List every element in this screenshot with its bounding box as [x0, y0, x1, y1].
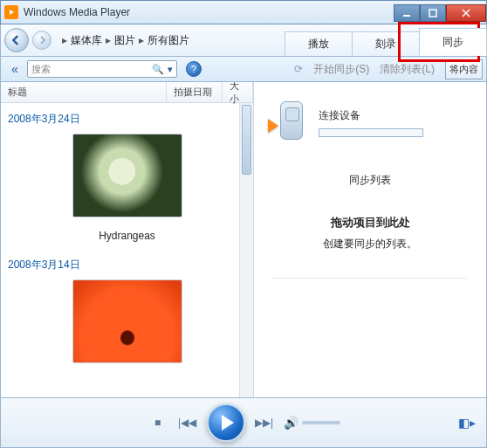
drop-hint-bold: 拖动项目到此处 — [323, 212, 417, 234]
device-icon — [271, 100, 310, 145]
close-button[interactable] — [446, 4, 486, 22]
sync-icon: ⟳ — [294, 63, 303, 75]
tab-play[interactable]: 播放 — [285, 31, 353, 56]
sync-pane: 连接设备 同步列表 拖动项目到此处 创建要同步的列表。 — [254, 82, 486, 397]
search-input[interactable]: 搜索 🔍 ▾ — [27, 60, 177, 78]
nav-row: ▸ 媒体库 ▸ 图片 ▸ 所有图片 播放 刻录 同步 — [0, 24, 487, 56]
scrollbar-thumb[interactable] — [242, 105, 251, 175]
col-size[interactable]: 大小 — [223, 82, 253, 102]
clear-list-button[interactable]: 清除列表(L) — [380, 62, 435, 77]
chevron-right-icon: ▸ — [62, 34, 67, 46]
device-progress — [319, 128, 423, 137]
drop-hint: 拖动项目到此处 创建要同步的列表。 — [323, 212, 417, 253]
list-item[interactable]: Hydrangeas — [8, 134, 246, 242]
window-titlebar: Windows Media Player — [0, 0, 487, 24]
crumb-library[interactable]: 媒体库 — [71, 33, 102, 48]
play-button[interactable] — [207, 403, 245, 442]
nav-back-button[interactable] — [4, 28, 29, 52]
window-title: Windows Media Player — [24, 6, 130, 18]
col-title[interactable]: 标题 — [1, 82, 167, 102]
column-headers: 标题 拍摄日期 大小 — [1, 82, 253, 103]
search-placeholder: 搜索 — [31, 63, 51, 76]
toolbar: « 搜索 🔍 ▾ ? ⟳ 开始同步(S) 清除列表(L) 将内容 — [0, 56, 487, 82]
toolbar-right: ⟳ 开始同步(S) 清除列表(L) 将内容 — [294, 59, 486, 79]
list-item[interactable] — [8, 279, 246, 367]
tab-sync[interactable]: 同步 — [419, 28, 487, 56]
crumb-all-pictures[interactable]: 所有图片 — [147, 33, 189, 48]
chevron-right-icon: ▸ — [139, 34, 144, 46]
start-sync-button[interactable]: 开始同步(S) — [313, 62, 369, 77]
player-bar: ■ |◀◀ ▶▶| 🔊 ◧ ▸ — [0, 397, 487, 448]
device-info: 连接设备 — [319, 108, 423, 137]
side-panel-button[interactable]: 将内容 — [445, 59, 483, 79]
toolbar-left: « 搜索 🔍 ▾ ? — [1, 60, 202, 78]
scrollbar[interactable] — [239, 103, 253, 397]
library-pane: 标题 拍摄日期 大小 2008年3月24日 Hydrangeas 2008年3月… — [1, 82, 254, 397]
tabs: 播放 刻录 同步 — [285, 24, 486, 56]
minimize-button[interactable] — [394, 4, 420, 22]
col-date[interactable]: 拍摄日期 — [167, 82, 223, 102]
view-back-button[interactable]: « — [6, 60, 24, 78]
volume-control[interactable]: 🔊 — [284, 416, 340, 430]
maximize-button[interactable] — [420, 4, 446, 22]
svg-rect-1 — [429, 10, 436, 17]
divider — [273, 278, 466, 279]
nav-forward-button[interactable] — [32, 31, 51, 50]
speaker-icon[interactable]: 🔊 — [284, 416, 298, 430]
dropdown-icon[interactable]: ▾ — [168, 64, 173, 75]
next-button[interactable]: ▶▶| — [254, 412, 275, 433]
sync-list-title: 同步列表 — [349, 173, 391, 188]
help-button[interactable]: ? — [186, 61, 202, 77]
library-content: 2008年3月24日 Hydrangeas 2008年3月14日 — [1, 103, 253, 397]
main-area: 标题 拍摄日期 大小 2008年3月24日 Hydrangeas 2008年3月… — [0, 82, 487, 397]
thumbnail-caption: Hydrangeas — [8, 230, 246, 242]
breadcrumb[interactable]: ▸ 媒体库 ▸ 图片 ▸ 所有图片 — [62, 33, 189, 48]
thumbnail-image[interactable] — [72, 279, 182, 363]
volume-slider[interactable] — [302, 421, 340, 424]
tab-burn[interactable]: 刻录 — [352, 31, 420, 56]
group-date[interactable]: 2008年3月24日 — [8, 112, 246, 127]
window-buttons — [394, 3, 486, 22]
crumb-pictures[interactable]: 图片 — [114, 33, 135, 48]
search-icon[interactable]: 🔍 — [152, 64, 164, 75]
drop-hint-sub: 创建要同步的列表。 — [323, 234, 417, 254]
chevron-right-icon: ▸ — [106, 34, 111, 46]
thumbnail-image[interactable] — [72, 134, 182, 217]
stop-button[interactable]: ■ — [147, 412, 168, 433]
connect-device-label: 连接设备 — [319, 108, 423, 123]
app-icon — [4, 5, 18, 19]
device-row: 连接设备 — [263, 94, 477, 150]
switch-view-button[interactable]: ◧ ▸ — [458, 416, 474, 430]
prev-button[interactable]: |◀◀ — [177, 412, 198, 433]
group-date[interactable]: 2008年3月14日 — [8, 258, 246, 272]
